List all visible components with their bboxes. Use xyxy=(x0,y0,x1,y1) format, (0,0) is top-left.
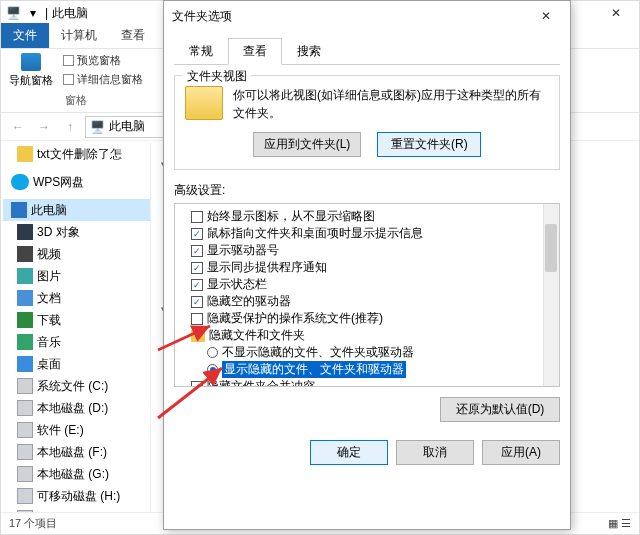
modal-mask: 文件夹选项 ✕ 常规 查看 搜索 文件夹视图 你可以将此视图(如详细信息或图标)… xyxy=(0,0,640,535)
reset-folders-button[interactable]: 重置文件夹(R) xyxy=(377,132,481,157)
dialog-tabs: 常规 查看 搜索 xyxy=(174,37,560,65)
opt-always-show-icons[interactable]: 始终显示图标，从不显示缩略图 xyxy=(179,208,555,225)
checkbox-icon[interactable] xyxy=(191,211,203,223)
checkbox-icon[interactable] xyxy=(191,296,203,308)
opt-show-sync-notify[interactable]: 显示同步提供程序通知 xyxy=(179,259,555,276)
opt-show-drive-letters[interactable]: 显示驱动器号 xyxy=(179,242,555,259)
cancel-button[interactable]: 取消 xyxy=(396,440,474,465)
checkbox-icon[interactable] xyxy=(191,381,203,388)
tab-search[interactable]: 搜索 xyxy=(282,38,336,65)
opt-hide-protected-os-files[interactable]: 隐藏受保护的操作系统文件(推荐) xyxy=(179,310,555,327)
radio-icon[interactable] xyxy=(207,347,218,358)
restore-defaults-button[interactable]: 还原为默认值(D) xyxy=(440,397,560,422)
apply-to-folders-button[interactable]: 应用到文件夹(L) xyxy=(253,132,362,157)
checkbox-icon[interactable] xyxy=(191,313,203,325)
advanced-settings-tree[interactable]: 始终显示图标，从不显示缩略图 鼠标指向文件夹和桌面项时显示提示信息 显示驱动器号… xyxy=(174,203,560,387)
opt-show-tooltips[interactable]: 鼠标指向文件夹和桌面项时显示提示信息 xyxy=(179,225,555,242)
tab-view[interactable]: 查看 xyxy=(228,38,282,65)
folder-icon xyxy=(191,330,205,342)
dialog-titlebar[interactable]: 文件夹选项 ✕ xyxy=(164,1,570,31)
folder-views-desc: 你可以将此视图(如详细信息或图标)应用于这种类型的所有文件夹。 xyxy=(233,86,549,122)
ok-button[interactable]: 确定 xyxy=(310,440,388,465)
scrollbar-thumb[interactable] xyxy=(545,224,557,272)
checkbox-icon[interactable] xyxy=(191,279,203,291)
opt-hidden-files-group: 隐藏文件和文件夹 xyxy=(179,327,555,344)
opt-show-hidden[interactable]: 显示隐藏的文件、文件夹和驱动器 xyxy=(179,361,555,378)
checkbox-icon[interactable] xyxy=(191,245,203,257)
opt-dont-show-hidden[interactable]: 不显示隐藏的文件、文件夹或驱动器 xyxy=(179,344,555,361)
checkbox-icon[interactable] xyxy=(191,228,203,240)
tree-scrollbar[interactable] xyxy=(543,204,559,386)
dialog-title: 文件夹选项 xyxy=(172,8,232,25)
dialog-close-button[interactable]: ✕ xyxy=(530,4,562,28)
folder-views-legend: 文件夹视图 xyxy=(183,68,251,85)
checkbox-icon[interactable] xyxy=(191,262,203,274)
apply-button[interactable]: 应用(A) xyxy=(482,440,560,465)
opt-hide-merge-conflicts[interactable]: 隐藏文件夹合并冲突 xyxy=(179,378,555,387)
folder-options-dialog: 文件夹选项 ✕ 常规 查看 搜索 文件夹视图 你可以将此视图(如详细信息或图标)… xyxy=(163,0,571,530)
tab-general[interactable]: 常规 xyxy=(174,38,228,65)
opt-hide-empty-drives[interactable]: 隐藏空的驱动器 xyxy=(179,293,555,310)
advanced-settings-label: 高级设置: xyxy=(174,182,560,199)
opt-show-status-bar[interactable]: 显示状态栏 xyxy=(179,276,555,293)
radio-icon[interactable] xyxy=(207,364,218,375)
folder-views-group: 文件夹视图 你可以将此视图(如详细信息或图标)应用于这种类型的所有文件夹。 应用… xyxy=(174,75,560,170)
folder-icon xyxy=(185,86,223,120)
